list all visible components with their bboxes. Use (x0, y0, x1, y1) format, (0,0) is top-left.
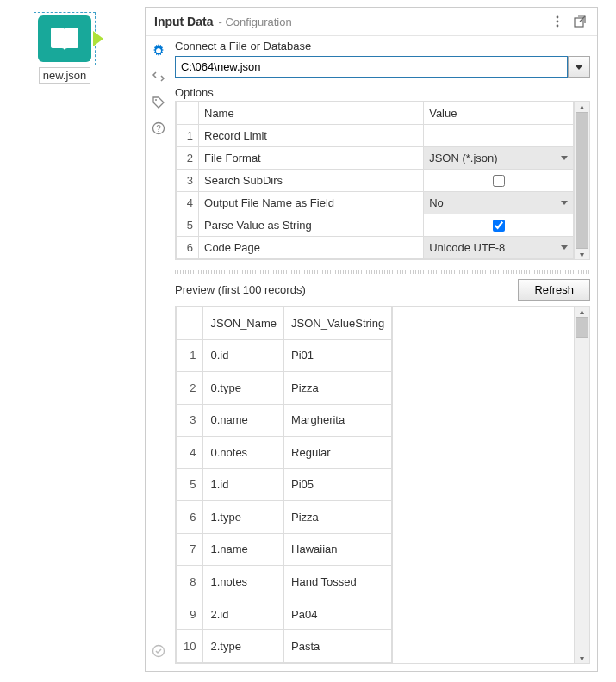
preview-label: Preview (first 100 records) (175, 283, 306, 296)
preview-row[interactable]: 51.idPi05 (177, 468, 392, 501)
file-format-select[interactable]: JSON (*.json) (424, 147, 573, 169)
scrollbar-thumb[interactable] (576, 317, 588, 338)
preview-row[interactable]: 20.typePizza (177, 372, 392, 405)
input-data-tool-icon (38, 16, 91, 62)
arrows-icon (152, 70, 165, 84)
panel-subtitle: - Configuration (218, 16, 291, 28)
chevron-down-icon (561, 201, 568, 205)
chevron-down-icon (561, 245, 568, 250)
preview-table: JSON_Name JSON_ValueString 10.idPi01 20.… (176, 307, 392, 663)
svg-point-2 (557, 21, 559, 23)
options-header-value: Value (424, 102, 574, 125)
refresh-button[interactable]: Refresh (518, 279, 590, 301)
option-row[interactable]: 3 Search SubDirs (177, 170, 574, 192)
preview-grid: JSON_Name JSON_ValueString 10.idPi01 20.… (175, 306, 590, 664)
connect-file-label: Connect a File or Database (175, 40, 590, 53)
configuration-panel: Input Data - Configuration ? (145, 7, 598, 672)
options-table: Name Value 1 Record Limit 2 File Format … (176, 102, 574, 259)
chevron-down-icon (575, 65, 583, 70)
svg-point-3 (557, 25, 559, 28)
options-section-label: Options (175, 86, 590, 99)
popout-icon[interactable] (571, 13, 588, 30)
preview-row[interactable]: 102.typePasta (177, 630, 392, 663)
preview-row[interactable]: 71.nameHawaiian (177, 533, 392, 566)
node-selection-frame (34, 12, 96, 65)
tab-annotation[interactable] (149, 93, 168, 112)
kebab-menu-icon[interactable] (549, 13, 566, 30)
options-header-name: Name (199, 102, 424, 125)
option-row[interactable]: 5 Parse Value as String (177, 214, 574, 237)
option-row[interactable]: 6 Code Page Unicode UTF-8 (177, 237, 574, 259)
option-row[interactable]: 4 Output File Name as Field No (177, 192, 574, 214)
panel-title: Input Data (154, 15, 213, 28)
search-subdirs-checkbox[interactable] (493, 175, 505, 187)
scroll-up-icon: ▴ (575, 102, 589, 111)
preview-row[interactable]: 61.typePizza (177, 501, 392, 534)
side-tab-bar: ? (146, 36, 171, 671)
parse-string-checkbox[interactable] (493, 220, 505, 232)
scroll-down-icon: ▾ (575, 250, 589, 259)
option-row[interactable]: 1 Record Limit (177, 125, 574, 147)
scroll-up-icon: ▴ (575, 307, 589, 316)
svg-point-5 (155, 99, 157, 101)
panel-header: Input Data - Configuration (146, 8, 597, 36)
preview-empty-area (392, 307, 574, 663)
tag-icon (152, 96, 165, 109)
preview-header-json-value: JSON_ValueString (284, 307, 392, 340)
splitter-handle[interactable] (175, 270, 590, 274)
svg-rect-0 (65, 29, 65, 49)
preview-scrollbar[interactable]: ▴ ▾ (574, 307, 589, 663)
canvas-tool-node[interactable]: new.json (26, 12, 103, 84)
options-scrollbar[interactable]: ▴ ▾ (574, 102, 589, 259)
tab-xml-view[interactable] (149, 67, 168, 86)
option-row[interactable]: 2 File Format JSON (*.json) (177, 147, 574, 170)
preview-row[interactable]: 81.notesHand Tossed (177, 566, 392, 598)
file-path-input[interactable] (175, 56, 568, 78)
svg-text:?: ? (156, 124, 161, 133)
preview-row[interactable]: 40.notesRegular (177, 437, 392, 469)
options-grid: Name Value 1 Record Limit 2 File Format … (175, 101, 590, 260)
tab-status[interactable] (149, 642, 168, 660)
code-page-select[interactable]: Unicode UTF-8 (424, 237, 573, 258)
preview-header-json-name: JSON_Name (203, 307, 284, 340)
checkmark-circle-icon (152, 644, 165, 658)
tab-configuration[interactable] (149, 41, 168, 60)
output-anchor-icon[interactable] (93, 31, 103, 46)
preview-row[interactable]: 92.idPa04 (177, 598, 392, 630)
file-path-dropdown[interactable] (568, 56, 590, 78)
tab-help[interactable]: ? (149, 119, 168, 138)
file-path-row (175, 56, 590, 78)
output-filename-select[interactable]: No (424, 192, 573, 214)
scrollbar-thumb[interactable] (576, 112, 588, 249)
gear-icon (152, 44, 165, 58)
scroll-down-icon: ▾ (575, 654, 589, 663)
preview-row[interactable]: 10.idPi01 (177, 339, 392, 372)
book-icon (49, 26, 80, 52)
preview-row[interactable]: 30.nameMargherita (177, 404, 392, 437)
node-filename-label: new.json (39, 67, 91, 84)
chevron-down-icon (561, 156, 568, 160)
svg-point-1 (557, 16, 559, 19)
help-icon: ? (152, 121, 165, 135)
